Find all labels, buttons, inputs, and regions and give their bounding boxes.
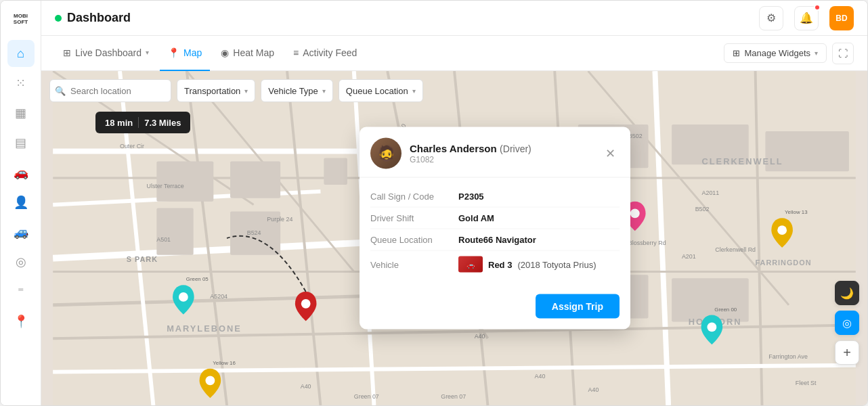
- map-controls: 🌙 ◎ +: [835, 281, 859, 365]
- transportation-dropdown[interactable]: Transportation ▾: [177, 79, 255, 102]
- reports-icon: ▤: [15, 135, 26, 150]
- tab-map[interactable]: 📍 Map: [160, 36, 210, 71]
- svg-point-64: [205, 376, 215, 386]
- assign-trip-button[interactable]: Assign Trip: [536, 294, 620, 319]
- distance-badge: 18 min 7.3 Miles: [95, 112, 190, 133]
- sidebar-item-globe[interactable]: ◎: [7, 248, 35, 275]
- search-wrapper: 🔍: [49, 79, 171, 102]
- tab-activity-feed[interactable]: ≡ Activity Feed: [285, 36, 365, 71]
- driver-name-section: Charles Anderson (Driver) G1082: [410, 143, 531, 164]
- popup-close-button[interactable]: ✕: [601, 144, 620, 163]
- main-content: Dashboard ⚙ 🔔 BD ⊞ Live Dashboard ▾: [41, 1, 867, 405]
- sidebar-item-user[interactable]: 👤: [7, 189, 35, 216]
- toolbar: ⊞ Live Dashboard ▾ 📍 Map ◉ Heat Map ≡ Ac…: [41, 36, 867, 71]
- sidebar: MOBISOFT ⌂ ⁙ ▦ ▤ 🚗 👤 🚙 ◎ ⁼ 📍: [1, 1, 41, 405]
- sidebar-item-list[interactable]: ⁼: [7, 278, 35, 305]
- zoom-in-button[interactable]: +: [835, 340, 859, 365]
- list-icon: ⁼: [18, 284, 24, 299]
- svg-point-57: [630, 209, 640, 219]
- widgets-icon: ⊞: [733, 48, 740, 58]
- svg-text:Purple 24: Purple 24: [267, 216, 292, 223]
- chevron-down-icon: ▾: [146, 49, 149, 56]
- fullscreen-icon: ⛶: [838, 48, 848, 59]
- sidebar-item-car[interactable]: 🚙: [7, 219, 35, 246]
- tab-heat-map[interactable]: ◉ Heat Map: [213, 36, 282, 71]
- notification-badge: [814, 4, 821, 11]
- svg-point-60: [179, 292, 188, 302]
- svg-rect-23: [156, 208, 193, 255]
- vehicle-type-dropdown[interactable]: Vehicle Type ▾: [261, 79, 332, 102]
- popup-footer: Assign Trip: [360, 286, 630, 330]
- svg-text:A2011: A2011: [702, 189, 720, 196]
- fullscreen-button[interactable]: ⛶: [832, 43, 854, 64]
- tab-bar: ⊞ Live Dashboard ▾ 📍 Map ◉ Heat Map ≡ Ac…: [55, 36, 365, 71]
- svg-rect-22: [156, 161, 213, 201]
- svg-text:Farrington Ave: Farrington Ave: [768, 353, 808, 360]
- popup-vehicle-row: Vehicle 🚗 Red 3 (2018 Totyota Prius): [370, 251, 620, 278]
- svg-text:A40: A40: [535, 373, 546, 380]
- svg-point-68: [301, 299, 311, 309]
- svg-text:A40: A40: [588, 386, 599, 393]
- dark-mode-button[interactable]: 🌙: [835, 281, 859, 305]
- queue-location-dropdown[interactable]: Queue Location ▾: [339, 79, 423, 102]
- feed-icon: ≡: [293, 47, 299, 58]
- driver-popup: 🧔 Charles Anderson (Driver) G1082 ✕: [360, 127, 630, 330]
- svg-text:Green 07: Green 07: [441, 393, 466, 400]
- status-dot: [55, 15, 62, 22]
- search-icon: 🔍: [55, 86, 66, 96]
- sidebar-item-home[interactable]: ⌂: [7, 40, 35, 67]
- vehicle-thumbnail: 🚗: [458, 256, 483, 273]
- svg-text:CLERKENWELL: CLERKENWELL: [702, 156, 783, 166]
- globe-icon: ◎: [16, 254, 26, 269]
- location-button[interactable]: ◎: [835, 311, 859, 335]
- header: Dashboard ⚙ 🔔 BD: [41, 1, 867, 36]
- manage-widgets-button[interactable]: ⊞ Manage Widgets ▾: [724, 43, 827, 63]
- svg-text:Green 07: Green 07: [354, 393, 379, 400]
- chevron-down-icon: ▾: [815, 49, 818, 57]
- popup-body: Call Sign / Code P2305 Driver Shift Gold…: [360, 178, 630, 286]
- svg-text:Outer Cir: Outer Cir: [120, 143, 144, 150]
- home-icon: ⌂: [17, 47, 24, 61]
- tab-live-dashboard[interactable]: ⊞ Live Dashboard ▾: [55, 36, 157, 71]
- svg-text:Green 00: Green 00: [714, 307, 737, 313]
- driver-name: Charles Anderson (Driver): [410, 143, 531, 155]
- header-left: Dashboard: [55, 11, 131, 25]
- page-title: Dashboard: [67, 11, 131, 25]
- svg-text:Yellow 16: Yellow 16: [213, 360, 236, 366]
- org-icon: ⁙: [16, 76, 26, 91]
- svg-text:Yellow 13: Yellow 13: [785, 209, 808, 215]
- sidebar-item-vehicle[interactable]: 🚗: [7, 159, 35, 186]
- svg-text:Clerkenwell Rd: Clerkenwell Rd: [715, 246, 756, 253]
- sidebar-item-reports[interactable]: ▤: [7, 129, 35, 156]
- svg-text:B524: B524: [247, 229, 261, 236]
- map-pin-icon: 📍: [168, 47, 179, 58]
- popup-driver-shift-row: Driver Shift Gold AM: [370, 208, 620, 229]
- notifications-button[interactable]: 🔔: [794, 6, 819, 30]
- settings-button[interactable]: ⚙: [759, 6, 783, 30]
- svg-text:A201: A201: [682, 253, 696, 260]
- chevron-down-icon: ▾: [322, 87, 326, 95]
- svg-rect-24: [230, 161, 280, 198]
- svg-text:A40: A40: [301, 383, 311, 390]
- calendar-icon: ▦: [15, 106, 26, 120]
- sidebar-item-calendar[interactable]: ▦: [7, 99, 35, 127]
- svg-text:A5204: A5204: [210, 293, 227, 300]
- bell-icon: 🔔: [800, 12, 813, 24]
- grid-icon: ⊞: [63, 47, 71, 58]
- svg-text:A501: A501: [156, 236, 171, 243]
- avatar[interactable]: BD: [829, 6, 854, 30]
- badge-divider: [138, 117, 139, 128]
- car-icon: 🚙: [14, 225, 28, 240]
- vehicle-icon: 🚗: [14, 165, 28, 180]
- popup-header: 🧔 Charles Anderson (Driver) G1082 ✕: [360, 127, 630, 178]
- svg-rect-26: [324, 158, 347, 185]
- header-right: ⚙ 🔔 BD: [759, 6, 854, 30]
- gear-icon: ⚙: [766, 12, 776, 24]
- sidebar-item-org[interactable]: ⁙: [7, 70, 35, 97]
- popup-queue-location-row: Queue Location Route66 Navigator: [370, 229, 620, 251]
- map-area[interactable]: A50 A501 A5204 Outer Cir Ulster Terrace …: [41, 71, 867, 405]
- driver-id: G1082: [410, 155, 531, 164]
- svg-text:Blossberry Rd: Blossberry Rd: [628, 240, 666, 246]
- sidebar-item-location[interactable]: 📍: [7, 308, 35, 335]
- search-input[interactable]: [49, 79, 171, 102]
